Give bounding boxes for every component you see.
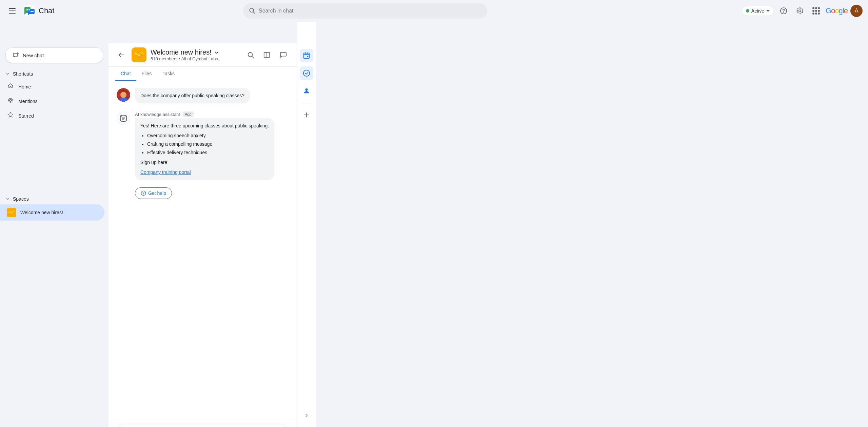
svg-rect-40 — [307, 56, 308, 57]
spaces-collapse-icon — [5, 197, 10, 201]
chat-header-title: Welcome new hires! — [151, 48, 240, 56]
list-item: Effective delivery techniques — [147, 149, 269, 156]
ai-sender-info: AI knowledge assistant App — [135, 111, 289, 117]
starred-label: Starred — [18, 113, 34, 119]
get-help-button[interactable]: Get help — [135, 187, 172, 199]
input-area: GIF — [108, 418, 297, 427]
sidebar-item-welcome-space[interactable]: 🤝 Welcome new hires! — [0, 204, 104, 221]
rail-divider — [302, 103, 311, 103]
svg-point-1 — [26, 9, 28, 11]
home-label: Home — [18, 84, 31, 89]
svg-point-23 — [143, 194, 143, 195]
new-chat-icon — [13, 52, 19, 59]
tab-tasks[interactable]: Tasks — [157, 67, 180, 81]
sidebar-item-mentions[interactable]: Mentions — [0, 94, 104, 108]
ai-message-avatar — [117, 111, 130, 125]
chat-header-info: Welcome new hires! 510 members • All of … — [151, 48, 240, 61]
user-avatar[interactable]: A — [850, 5, 863, 17]
svg-point-20 — [122, 116, 122, 116]
app-badge: App — [183, 111, 194, 117]
sidebar-item-starred[interactable]: Starred — [0, 108, 104, 123]
input-container: GIF — [117, 424, 289, 427]
menu-button[interactable] — [5, 4, 19, 18]
chevron-down-icon — [766, 10, 770, 12]
spaces-header[interactable]: Spaces — [0, 194, 108, 204]
training-portal-link[interactable]: Company training portal — [140, 169, 191, 175]
get-help-container: Get help — [135, 183, 289, 199]
star-icon — [7, 112, 14, 120]
shortcuts-header[interactable]: Shortcuts — [0, 68, 108, 79]
svg-point-8 — [783, 12, 784, 13]
chat-header-subtitle: 510 members • All of Cymbal Labs — [151, 56, 240, 61]
list-item: Crafting a compelling message — [147, 141, 269, 148]
mentions-label: Mentions — [18, 99, 38, 104]
ai-avatar-icon — [117, 111, 130, 125]
google-logo: Google — [826, 6, 848, 15]
chat-tabs: Chat Files Tasks — [108, 67, 297, 81]
contacts-rail-button[interactable] — [300, 84, 313, 98]
thread-button[interactable] — [276, 48, 290, 62]
app-title: Chat — [39, 6, 54, 15]
space-emoji-icon: 🤝 — [7, 208, 16, 217]
rail-expand-button[interactable] — [300, 409, 313, 422]
help-icon — [141, 190, 146, 196]
svg-rect-36 — [303, 53, 309, 59]
sidebar: New chat Shortcuts Home — [0, 22, 108, 427]
search-bar — [243, 3, 487, 19]
help-button[interactable] — [777, 4, 790, 18]
search-icon — [249, 7, 255, 15]
svg-point-2 — [28, 9, 30, 11]
right-rail — [297, 22, 316, 427]
user-message-avatar — [117, 88, 130, 102]
calendar-rail-button[interactable] — [300, 49, 313, 62]
active-status-button[interactable]: Active — [742, 6, 774, 16]
main-chat: 🤝 Welcome new hires! 510 members • All o… — [108, 43, 297, 427]
rail-add-button[interactable] — [300, 109, 313, 121]
svg-point-3 — [31, 11, 32, 12]
home-icon — [7, 83, 14, 90]
space-header-emoji: 🤝 — [132, 47, 146, 62]
back-button[interactable] — [115, 49, 127, 61]
title-chevron-icon — [214, 49, 220, 56]
settings-button[interactable] — [793, 4, 807, 18]
tasks-rail-button[interactable] — [300, 66, 313, 80]
messages-area: Does the company offer public speaking c… — [108, 81, 297, 418]
svg-point-21 — [124, 116, 125, 116]
shortcuts-section: Shortcuts Home — [0, 67, 108, 124]
tab-chat[interactable]: Chat — [115, 67, 136, 81]
split-screen-button[interactable] — [260, 48, 274, 62]
chat-logo-icon — [22, 4, 36, 18]
list-item: Overcoming speech anxiety — [147, 132, 269, 139]
svg-line-6 — [253, 12, 255, 13]
space-name-label: Welcome new hires! — [20, 210, 63, 215]
grid-dots-icon — [812, 7, 820, 15]
top-bar: Chat Active — [0, 0, 868, 22]
top-bar-right: Active Google A — [742, 4, 863, 18]
svg-line-14 — [252, 56, 254, 58]
search-input[interactable] — [259, 8, 482, 14]
chat-search-button[interactable] — [244, 48, 257, 62]
svg-point-41 — [303, 70, 309, 76]
top-bar-left: Chat — [5, 4, 114, 18]
tab-files[interactable]: Files — [136, 67, 157, 81]
message-group-user: Does the company offer public speaking c… — [117, 88, 289, 103]
chat-header-actions — [244, 48, 290, 62]
new-chat-label: New chat — [23, 53, 44, 58]
message-group-ai: AI knowledge assistant App Yes! Here are… — [117, 111, 289, 199]
ai-message-list: Overcoming speech anxiety Crafting a com… — [147, 132, 269, 156]
svg-point-18 — [120, 92, 126, 98]
svg-point-12 — [9, 99, 12, 101]
user-message-content: Does the company offer public speaking c… — [135, 88, 289, 103]
active-status-label: Active — [751, 8, 764, 14]
spaces-section: Spaces 🤝 Welcome new hires! — [0, 192, 108, 222]
active-dot — [746, 9, 749, 13]
signup-label: Sign up here: — [140, 159, 269, 166]
svg-point-42 — [305, 88, 308, 91]
ai-message-content: AI knowledge assistant App Yes! Here are… — [135, 111, 289, 199]
spaces-label: Spaces — [13, 196, 29, 202]
sidebar-item-home[interactable]: Home — [0, 79, 104, 94]
new-chat-button[interactable]: New chat — [5, 47, 103, 63]
logo-area: Chat — [22, 4, 54, 18]
apps-grid-button[interactable] — [809, 4, 823, 18]
chat-header: 🤝 Welcome new hires! 510 members • All o… — [108, 43, 297, 67]
